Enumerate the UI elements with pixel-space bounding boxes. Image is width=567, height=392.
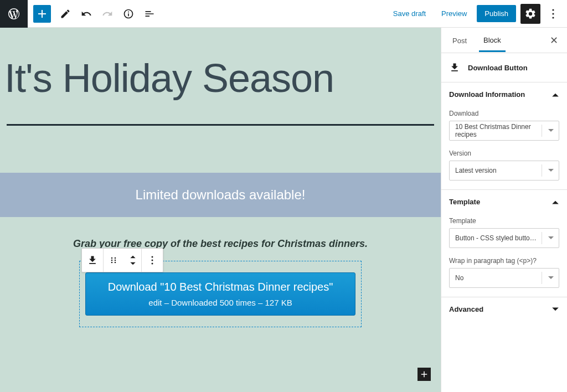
download-button-title: Download "10 Best Christmas Dinner recip…: [99, 281, 342, 293]
move-arrows[interactable]: [125, 254, 141, 267]
block-toolbar: [81, 248, 163, 272]
select-value: No: [455, 274, 463, 282]
panel-download-information: Download Information Download 10 Best Ch…: [441, 82, 567, 189]
panel-title: Advanced: [449, 305, 483, 313]
save-draft-button[interactable]: Save draft: [388, 6, 431, 21]
block-more-button[interactable]: [142, 249, 163, 272]
select-value: 10 Best Christmas Dinner recipes: [455, 123, 553, 138]
settings-toggle-button[interactable]: [520, 4, 540, 24]
edit-tool-button[interactable]: [55, 4, 75, 24]
version-select[interactable]: Latest version: [449, 161, 559, 180]
panel-title: Template: [449, 198, 480, 206]
wrap-field-label: Wrap in paragraph tag (<p>)?: [449, 257, 559, 265]
close-sidebar-button[interactable]: ✕: [548, 32, 560, 49]
settings-sidebar: Post Block ✕ Download Button Download In…: [441, 28, 567, 392]
svg-point-5: [111, 262, 113, 264]
block-name-header: Download Button: [441, 53, 567, 82]
chevron-down-icon: [548, 236, 554, 240]
download-button[interactable]: Download "10 Best Christmas Dinner recip…: [85, 272, 355, 316]
drag-handle-icon[interactable]: [104, 249, 125, 272]
wordpress-logo[interactable]: [0, 0, 28, 28]
sidebar-tabs: Post Block ✕: [441, 28, 567, 53]
chevron-down-icon: [548, 276, 554, 280]
chevron-down-icon[interactable]: [129, 260, 137, 267]
select-value: Button - CSS styled button showi...: [455, 234, 538, 242]
toolbar-left: [33, 4, 159, 24]
toolbar-right: Save draft Preview Publish: [388, 4, 567, 24]
svg-point-4: [111, 260, 113, 261]
preview-button[interactable]: Preview: [436, 6, 472, 21]
download-select[interactable]: 10 Best Christmas Dinner recipes: [449, 121, 559, 141]
chevron-up-icon[interactable]: [129, 254, 137, 260]
panel-title: Download Information: [449, 90, 525, 99]
download-field-label: Download: [449, 110, 559, 117]
block-type-icon[interactable]: [82, 249, 103, 272]
add-block-button[interactable]: [33, 5, 51, 23]
panel-template: Template Template Button - CSS styled bu…: [441, 189, 567, 297]
svg-point-10: [152, 260, 153, 261]
divider: [7, 124, 434, 126]
tab-post[interactable]: Post: [448, 29, 471, 51]
svg-point-0: [552, 9, 554, 11]
tab-block[interactable]: Block: [479, 29, 506, 52]
svg-point-7: [115, 260, 116, 261]
redo-button[interactable]: [97, 4, 117, 24]
svg-point-1: [552, 13, 554, 14]
chevron-down-icon: [548, 168, 554, 173]
panel-head-template[interactable]: Template: [441, 190, 567, 214]
download-button-meta: edit – Downloaded 500 times – 127 KB: [99, 298, 342, 307]
download-block-wrapper: Download "10 Best Christmas Dinner recip…: [79, 261, 362, 327]
svg-point-6: [115, 257, 116, 259]
more-menu-button[interactable]: [545, 4, 561, 24]
chevron-up-icon: [551, 198, 559, 206]
template-field-label: Template: [449, 217, 559, 225]
version-field-label: Version: [449, 149, 559, 157]
svg-point-11: [152, 263, 153, 265]
publish-button[interactable]: Publish: [477, 5, 516, 22]
info-button[interactable]: [118, 4, 138, 24]
svg-point-8: [115, 262, 116, 264]
chevron-down-icon: [551, 306, 559, 313]
panel-head-advanced[interactable]: Advanced: [441, 297, 567, 321]
svg-point-9: [152, 256, 153, 258]
banner-block[interactable]: Limited downloads available!: [0, 173, 441, 217]
template-select[interactable]: Button - CSS styled button showi...: [449, 228, 559, 248]
select-value: Latest version: [455, 167, 497, 174]
panel-advanced: Advanced: [441, 297, 567, 321]
block-name-label: Download Button: [468, 64, 528, 72]
subtitle-paragraph[interactable]: Grab your free copy of the best recipes …: [0, 238, 441, 250]
wrap-select[interactable]: No: [449, 268, 559, 288]
undo-button[interactable]: [76, 4, 96, 24]
chevron-up-icon: [551, 91, 559, 99]
editor-top-bar: Save draft Preview Publish: [0, 0, 567, 28]
svg-point-3: [111, 257, 113, 259]
editor-canvas[interactable]: It's Holiday Season Limited downloads av…: [0, 28, 441, 392]
outline-button[interactable]: [140, 4, 159, 24]
add-block-fab[interactable]: [417, 368, 431, 381]
chevron-down-icon: [548, 128, 554, 133]
page-title[interactable]: It's Holiday Season: [0, 28, 441, 113]
panel-head-download-information[interactable]: Download Information: [441, 82, 567, 106]
svg-point-2: [552, 17, 554, 18]
